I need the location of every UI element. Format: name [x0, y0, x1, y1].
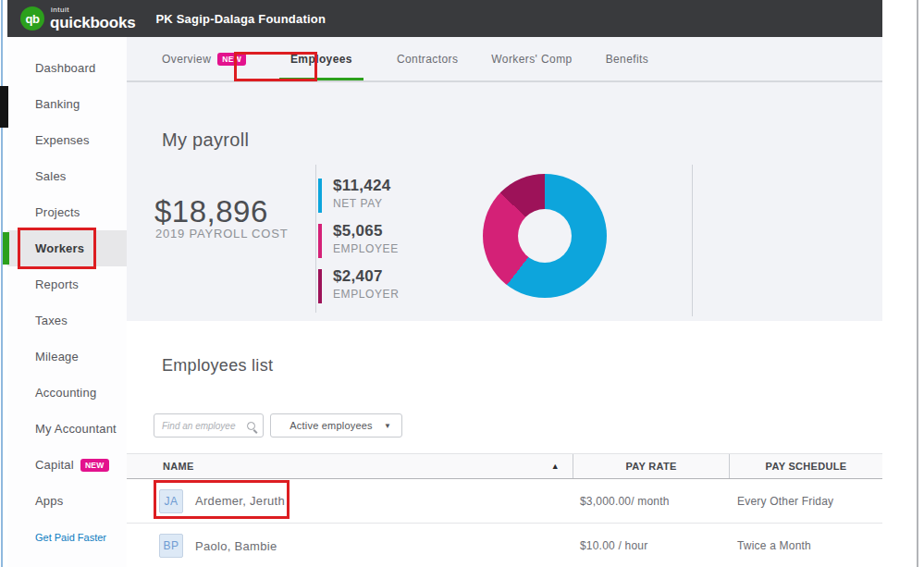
- sidebar-item-label: Accounting: [35, 386, 96, 400]
- filter-selected-value: Active employees: [271, 420, 384, 431]
- pay-rate-cell: $3,000.00/ month: [573, 495, 729, 508]
- legend-value: $5,065: [333, 222, 399, 240]
- top-bar: qb intuit quickbooks PK Sagip-Dalaga Fou…: [7, 0, 882, 37]
- window-edge-artifact: [0, 86, 8, 128]
- employee-name[interactable]: Paolo, Bambie: [195, 539, 277, 553]
- payroll-legend: $11,424 NET PAY $5,065 EMPLOYEE $2,407 E…: [318, 177, 400, 313]
- annotation-box-employees-tab: [234, 52, 317, 81]
- sidebar-item-expenses[interactable]: Expenses: [7, 122, 127, 158]
- column-header-name[interactable]: NAME ▲: [127, 454, 573, 478]
- legend-label: NET PAY: [333, 197, 391, 210]
- search-icon[interactable]: [247, 422, 255, 430]
- column-header-pay-schedule[interactable]: PAY SCHEDULE: [729, 454, 882, 478]
- legend-color-bar: [318, 179, 322, 213]
- sidebar-item-capital[interactable]: Capital NEW: [7, 447, 127, 483]
- brand-quickbooks-label: quickbooks: [50, 15, 135, 31]
- sidebar-item-label: Taxes: [35, 314, 68, 327]
- brand-intuit-label: intuit: [51, 6, 135, 14]
- payroll-total-label: 2019 PAYROLL COST: [155, 227, 288, 240]
- sidebar-item-label: Dashboard: [35, 61, 95, 75]
- tab-label: Benefits: [606, 53, 649, 66]
- legend-label: EMPLOYER: [333, 288, 400, 301]
- vertical-divider: [692, 165, 693, 316]
- tab-workers-comp[interactable]: Workers' Comp: [491, 37, 572, 80]
- employees-list-title: Employees list: [162, 356, 273, 376]
- new-badge: NEW: [80, 459, 109, 472]
- sidebar-item-label: Projects: [35, 205, 80, 219]
- sidebar-item-sales[interactable]: Sales: [7, 158, 127, 194]
- payroll-total-cost: $18,896: [154, 194, 268, 229]
- name-cell: BP Paolo, Bambie: [127, 534, 573, 558]
- column-header-label: NAME: [163, 461, 194, 472]
- sidebar-item-apps[interactable]: Apps: [7, 483, 127, 519]
- sidebar-nav-list: Dashboard Banking Expenses Sales Project…: [7, 37, 127, 555]
- sidebar-item-banking[interactable]: Banking: [7, 86, 127, 122]
- brand-wordmark: intuit quickbooks: [50, 6, 135, 31]
- vertical-divider: [315, 165, 316, 313]
- employee-search-box: [154, 413, 264, 438]
- avatar: BP: [159, 534, 183, 558]
- page-title: My payroll: [162, 129, 249, 151]
- scrollbar[interactable]: [917, 0, 918, 567]
- annotation-box-employee-row: [154, 480, 290, 519]
- sidebar-item-label: Capital: [35, 458, 74, 472]
- sidebar-item-label: Mileage: [35, 350, 79, 364]
- sidebar-item-label: Reports: [35, 277, 79, 291]
- sidebar-item-accounting[interactable]: Accounting: [7, 375, 127, 411]
- chevron-down-icon: ▼: [384, 422, 391, 430]
- sidebar-item-reports[interactable]: Reports: [7, 266, 127, 302]
- sidebar-item-projects[interactable]: Projects: [7, 194, 127, 230]
- sidebar-item-label: My Accountant: [35, 422, 117, 436]
- legend-color-bar: [318, 224, 322, 258]
- sidebar-item-label: Banking: [35, 97, 80, 111]
- sidebar-nav: Dashboard Banking Expenses Sales Project…: [7, 37, 127, 567]
- pay-schedule-cell: Twice a Month: [729, 539, 882, 552]
- tab-label: Contractors: [397, 53, 458, 66]
- legend-label: EMPLOYEE: [333, 242, 399, 255]
- column-header-label: PAY SCHEDULE: [766, 461, 847, 472]
- tab-label: Overview: [162, 53, 211, 66]
- company-name: PK Sagip-Dalaga Foundation: [155, 12, 326, 26]
- employee-filter-dropdown[interactable]: Active employees ▼: [270, 413, 402, 438]
- payroll-donut-chart: [483, 174, 607, 298]
- employee-row-paolo[interactable]: BP Paolo, Bambie $10.00 / hour Twice a M…: [127, 524, 882, 567]
- window-left-edge: [1, 0, 3, 567]
- pay-rate-cell: $10.00 / hour: [573, 539, 729, 552]
- sort-ascending-icon[interactable]: ▲: [551, 462, 560, 471]
- employees-list-section: Employees list Active employees ▼ NAME ▲…: [127, 321, 882, 567]
- annotation-box-workers: [18, 228, 96, 269]
- legend-value: $11,424: [333, 177, 391, 195]
- column-header-label: PAY RATE: [625, 461, 676, 472]
- sidebar-item-taxes[interactable]: Taxes: [7, 302, 127, 339]
- legend-item-employer: $2,407 EMPLOYER: [318, 267, 400, 303]
- tab-contractors[interactable]: Contractors: [397, 37, 458, 80]
- legend-value: $2,407: [333, 267, 400, 286]
- sidebar-item-mileage[interactable]: Mileage: [7, 339, 127, 375]
- active-item-indicator: [3, 232, 9, 265]
- column-header-pay-rate[interactable]: PAY RATE: [573, 454, 729, 478]
- sidebar-item-dashboard[interactable]: Dashboard: [7, 50, 127, 86]
- quickbooks-payroll-page: { "topbar": { "logo_initials": "qb", "br…: [0, 0, 924, 567]
- tab-benefits[interactable]: Benefits: [606, 37, 649, 80]
- tab-label: Workers' Comp: [491, 53, 572, 66]
- table-header-row: NAME ▲ PAY RATE PAY SCHEDULE: [127, 453, 882, 479]
- get-paid-faster-link[interactable]: Get Paid Faster: [7, 519, 127, 555]
- quickbooks-logo-icon[interactable]: qb: [20, 6, 44, 31]
- legend-color-bar: [318, 269, 322, 303]
- pay-schedule-cell: Every Other Friday: [729, 495, 882, 508]
- sidebar-item-my-accountant[interactable]: My Accountant: [7, 411, 127, 447]
- legend-item-net-pay: $11,424 NET PAY: [318, 177, 400, 213]
- sidebar-item-label: Expenses: [35, 133, 90, 147]
- sidebar-item-label: Sales: [35, 169, 67, 183]
- employee-search-input[interactable]: [162, 415, 247, 436]
- sidebar-item-label: Apps: [35, 494, 63, 508]
- legend-item-employee: $5,065 EMPLOYEE: [318, 222, 400, 258]
